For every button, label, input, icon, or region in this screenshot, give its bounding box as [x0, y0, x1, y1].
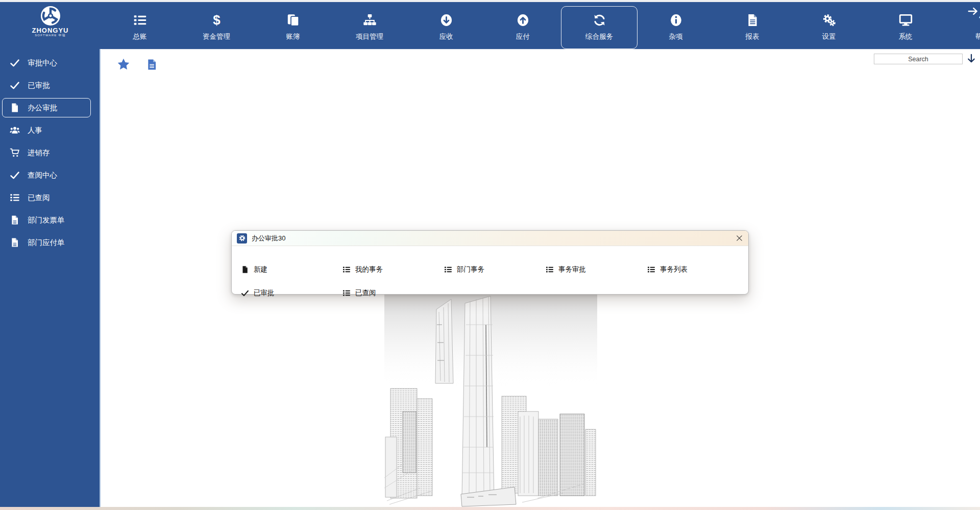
nav-item-系统[interactable]: 系统	[867, 6, 944, 49]
nav-item-label: 总账	[133, 32, 147, 41]
sidebar-item-办公审批[interactable]: 办公审批	[2, 98, 91, 117]
nav-item-综合服务[interactable]: 综合服务	[561, 6, 638, 49]
sidebar-item-label: 审批中心	[28, 58, 57, 68]
sidebar-item-label: 查阅中心	[28, 171, 57, 180]
sidebar-item-label: 进销存	[28, 148, 50, 158]
sidebar-item-人事[interactable]: 人事	[0, 119, 100, 141]
dialog-item-label: 已查阅	[355, 288, 376, 298]
gear-icon	[237, 233, 247, 244]
city-sketch-watermark	[384, 294, 597, 507]
dialog-body: 新建我的事务部门事务事务审批事务列表已审批已查阅	[232, 246, 748, 295]
sidebar-item-label: 部门应付单	[28, 238, 65, 248]
search-dropdown-arrow-icon[interactable]	[966, 53, 977, 64]
sidebar: 审批中心已审批办公审批人事进销存查阅中心已查阅部门发票单部门应付单	[0, 49, 101, 507]
nav-item-应付[interactable]: 应付	[484, 6, 561, 49]
nav-item-设置[interactable]: 设置	[791, 6, 867, 49]
sidebar-item-label: 部门发票单	[28, 215, 65, 225]
file-icon	[10, 103, 20, 113]
nav-item-label: 综合服务	[585, 32, 613, 41]
sidebar-item-label: 已查阅	[28, 193, 50, 203]
close-icon[interactable]	[736, 234, 743, 242]
brand-subtitle: SOFTWARE 中瑞	[35, 34, 66, 37]
check-icon	[10, 80, 20, 90]
dialog-item-已审批[interactable]: 已审批	[241, 288, 275, 298]
nav-item-应收[interactable]: 应收	[408, 6, 484, 49]
document-icon[interactable]	[146, 57, 158, 72]
sidebar-item-label: 已审批	[28, 81, 50, 90]
sidebar-item-查阅中心[interactable]: 查阅中心	[0, 164, 100, 186]
sitemap-icon	[363, 13, 377, 27]
sidebar-item-审批中心[interactable]: 审批中心	[0, 52, 100, 74]
dialog-item-部门事务[interactable]: 部门事务	[444, 265, 484, 274]
nav-overflow-arrow-icon[interactable]	[967, 6, 978, 17]
sidebar-item-已查阅[interactable]: 已查阅	[0, 186, 100, 209]
nav-item-杂项[interactable]: 杂项	[638, 6, 714, 49]
cogs-icon	[822, 13, 836, 27]
sidebar-item-部门应付单[interactable]: 部门应付单	[0, 231, 100, 254]
list-icon	[133, 13, 147, 27]
nav-item-label: 杂项	[669, 32, 683, 41]
dialog-item-label: 事务审批	[558, 265, 586, 274]
dialog-item-已查阅[interactable]: 已查阅	[342, 288, 376, 298]
list-icon	[444, 265, 452, 274]
nav-item-label: 资金管理	[203, 32, 230, 41]
nav-item-label: 账簿	[286, 32, 300, 41]
list-icon	[342, 289, 351, 297]
dialog-item-label: 新建	[254, 265, 267, 274]
list-icon	[342, 265, 351, 274]
nav-item-报表[interactable]: 报表	[714, 6, 791, 49]
star-icon[interactable]	[117, 58, 130, 71]
list-icon	[10, 192, 20, 203]
sidebar-item-部门发票单[interactable]: 部门发票单	[0, 209, 100, 231]
nav-item-label: 项目管理	[356, 32, 383, 41]
nav-item-label: 应付	[516, 32, 530, 41]
file-icon	[241, 265, 249, 274]
dialog-item-我的事务[interactable]: 我的事务	[342, 265, 383, 274]
circle-down-icon	[439, 13, 453, 27]
check-icon	[10, 58, 20, 68]
file-invoice-icon	[10, 237, 20, 248]
dialog-item-事务列表[interactable]: 事务列表	[647, 265, 688, 274]
dialog-item-事务审批[interactable]: 事务审批	[546, 265, 586, 274]
sidebar-item-已审批[interactable]: 已审批	[0, 74, 100, 96]
nav-item-账簿[interactable]: 账簿	[255, 6, 331, 49]
copy-icon	[286, 13, 300, 27]
sidebar-item-进销存[interactable]: 进销存	[0, 141, 100, 164]
brand-logo-block: ZHONGYU SOFTWARE 中瑞	[0, 2, 101, 49]
sync-icon	[593, 13, 606, 27]
dialog-item-label: 事务列表	[660, 265, 688, 274]
dialog-title: 办公审批30	[252, 234, 285, 243]
sidebar-item-label: 办公审批	[28, 103, 57, 113]
sidebar-item-label: 人事	[28, 126, 42, 135]
nav-item-label: 设置	[822, 32, 836, 41]
list-icon	[647, 265, 655, 274]
top-nav-items: 总账$资金管理账簿项目管理应收应付综合服务杂项报表设置系统?帮助	[102, 2, 980, 49]
file-lines-icon	[746, 13, 760, 27]
dialog-item-新建[interactable]: 新建	[241, 265, 267, 274]
cart-icon	[10, 148, 20, 158]
dialog-item-label: 部门事务	[457, 265, 484, 274]
nav-item-label: 帮助	[975, 32, 980, 41]
main-content: 办公审批30 新建我的事务部门事务事务审批事务列表已审批已查阅	[102, 49, 980, 507]
dialog-item-label: 已审批	[254, 288, 275, 298]
app-window: ZHONGYU SOFTWARE 中瑞 总账$资金管理账簿项目管理应收应付综合服…	[0, 0, 980, 510]
top-navbar: ZHONGYU SOFTWARE 中瑞 总账$资金管理账簿项目管理应收应付综合服…	[0, 2, 980, 49]
nav-item-label: 报表	[746, 32, 760, 41]
nav-item-项目管理[interactable]: 项目管理	[331, 6, 408, 49]
circle-up-icon	[516, 13, 530, 27]
dialog-item-label: 我的事务	[355, 265, 383, 274]
search-input[interactable]	[874, 54, 963, 64]
nav-item-资金管理[interactable]: $资金管理	[178, 6, 255, 49]
nav-item-label: 应收	[439, 32, 453, 41]
dialog-header[interactable]: 办公审批30	[232, 231, 748, 246]
office-approval-dialog: 办公审批30 新建我的事务部门事务事务审批事务列表已审批已查阅	[231, 230, 749, 295]
check-icon	[10, 170, 20, 180]
file-invoice-icon	[10, 215, 20, 225]
brand-name: ZHONGYU	[32, 27, 69, 34]
window-bottom-edge	[0, 507, 980, 510]
check-icon	[241, 289, 249, 297]
svg-text:$: $	[213, 13, 220, 27]
zhongyu-logo-icon	[40, 6, 61, 26]
nav-item-总账[interactable]: 总账	[102, 6, 178, 49]
users-icon	[10, 125, 20, 135]
